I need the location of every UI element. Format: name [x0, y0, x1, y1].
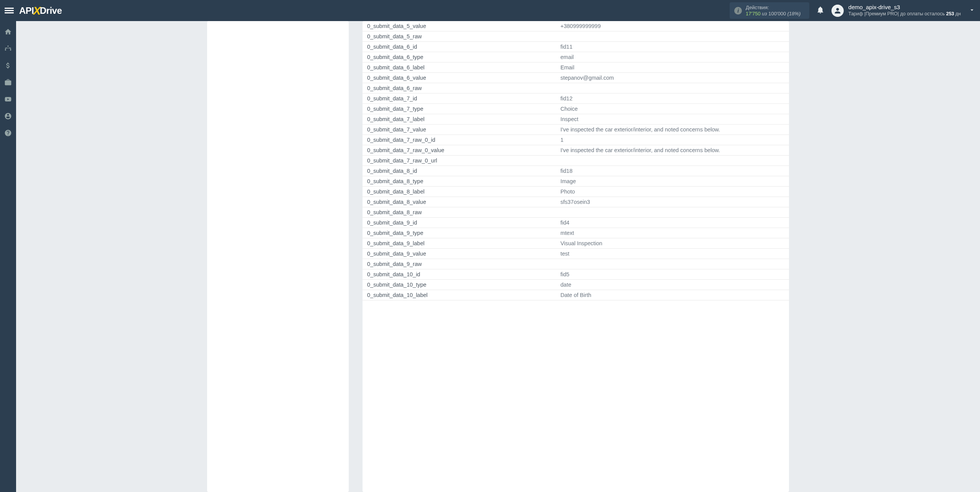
table-row: 0_submit_data_7_valueI've inspected the …	[363, 125, 789, 135]
row-key: 0_submit_data_8_type	[363, 176, 556, 187]
row-key: 0_submit_data_6_type	[363, 52, 556, 62]
actions-used: 17'750	[746, 11, 761, 16]
row-key: 0_submit_data_7_raw_0_url	[363, 156, 556, 166]
table-row: 0_submit_data_8_raw	[363, 207, 789, 218]
sidebar-work[interactable]	[0, 77, 16, 88]
actions-percent: (18%)	[787, 11, 801, 16]
logo-text-post: Drive	[40, 5, 62, 16]
row-key: 0_submit_data_8_value	[363, 197, 556, 207]
table-row: 0_submit_data_9_idfid4	[363, 218, 789, 228]
row-value	[556, 83, 789, 93]
main-content: 0_submit_data_5_value+3809999999990_subm…	[16, 21, 980, 492]
row-value: I've inspected the car exterior/interior…	[556, 145, 789, 156]
tariff-days: 253	[946, 11, 954, 16]
row-value: Choice	[556, 104, 789, 114]
notifications-icon[interactable]	[816, 6, 825, 16]
table-row: 0_submit_data_7_raw_0_url	[363, 156, 789, 166]
info-icon: i	[734, 7, 742, 15]
sidebar-account[interactable]	[0, 111, 16, 121]
row-key: 0_submit_data_9_label	[363, 238, 556, 249]
row-key: 0_submit_data_10_label	[363, 290, 556, 300]
table-row: 0_submit_data_7_raw_0_valueI've inspecte…	[363, 145, 789, 156]
row-key: 0_submit_data_5_value	[363, 21, 556, 31]
row-key: 0_submit_data_7_id	[363, 93, 556, 104]
table-row: 0_submit_data_6_typeemail	[363, 52, 789, 62]
sidebar-home[interactable]	[0, 26, 16, 37]
tariff-prefix: Тариф |Премиум PRO| до оплаты осталось	[848, 11, 946, 16]
actions-counter[interactable]: i Действия: 17'750 из 100'000 (18%)	[730, 2, 809, 19]
row-value: stepanov@gmail.com	[556, 73, 789, 83]
row-value: email	[556, 52, 789, 62]
actions-label: Действия:	[746, 5, 803, 11]
row-key: 0_submit_data_6_raw	[363, 83, 556, 93]
row-key: 0_submit_data_6_value	[363, 73, 556, 83]
user-name: demo_apix-drive_s3	[848, 4, 961, 11]
table-row: 0_submit_data_10_typedate	[363, 280, 789, 290]
app-header: API X Drive i Действия: 17'750 из 100'00…	[0, 0, 980, 21]
table-row: 0_submit_data_6_labelEmail	[363, 62, 789, 73]
avatar-icon	[831, 5, 844, 17]
row-value: Visual Inspection	[556, 238, 789, 249]
row-value: 1	[556, 135, 789, 145]
table-row: 0_submit_data_8_valuesfs37osein3	[363, 197, 789, 207]
row-key: 0_submit_data_7_label	[363, 114, 556, 125]
table-row: 0_submit_data_10_idfid5	[363, 269, 789, 280]
sidebar-connections[interactable]	[0, 43, 16, 54]
hamburger-menu-icon[interactable]	[5, 6, 14, 15]
table-row: 0_submit_data_8_idfid18	[363, 166, 789, 176]
table-row: 0_submit_data_7_raw_0_id1	[363, 135, 789, 145]
row-value: fid4	[556, 218, 789, 228]
sidebar-help[interactable]	[0, 128, 16, 138]
row-value: I've inspected the car exterior/interior…	[556, 125, 789, 135]
row-value: fid11	[556, 42, 789, 52]
row-value: fid5	[556, 269, 789, 280]
row-key: 0_submit_data_9_value	[363, 249, 556, 259]
user-menu[interactable]: demo_apix-drive_s3 Тариф |Премиум PRO| д…	[831, 4, 975, 17]
table-row: 0_submit_data_8_labelPhoto	[363, 187, 789, 197]
sidebar	[0, 21, 16, 492]
row-key: 0_submit_data_8_id	[363, 166, 556, 176]
row-key: 0_submit_data_7_raw_0_value	[363, 145, 556, 156]
table-row: 0_submit_data_9_raw	[363, 259, 789, 269]
table-row: 0_submit_data_7_idfid12	[363, 93, 789, 104]
row-value: mtext	[556, 228, 789, 238]
row-value: sfs37osein3	[556, 197, 789, 207]
row-key: 0_submit_data_10_id	[363, 269, 556, 280]
table-row: 0_submit_data_5_value+380999999999	[363, 21, 789, 31]
left-panel	[207, 21, 349, 492]
row-value: fid18	[556, 166, 789, 176]
table-row: 0_submit_data_7_typeChoice	[363, 104, 789, 114]
row-key: 0_submit_data_5_raw	[363, 31, 556, 42]
row-value: fid12	[556, 93, 789, 104]
row-value	[556, 156, 789, 166]
table-row: 0_submit_data_9_valuetest	[363, 249, 789, 259]
actions-total: 100'000	[768, 11, 786, 16]
row-key: 0_submit_data_6_id	[363, 42, 556, 52]
row-value: +380999999999	[556, 21, 789, 31]
actions-stats: 17'750 из 100'000 (18%)	[746, 11, 803, 16]
row-key: 0_submit_data_8_label	[363, 187, 556, 197]
submit-data-table: 0_submit_data_5_value+3809999999990_subm…	[363, 21, 789, 300]
row-key: 0_submit_data_7_type	[363, 104, 556, 114]
table-row: 0_submit_data_6_valuestepanov@gmail.com	[363, 73, 789, 83]
row-value: test	[556, 249, 789, 259]
row-value: Photo	[556, 187, 789, 197]
row-value: Image	[556, 176, 789, 187]
app-logo[interactable]: API X Drive	[19, 4, 62, 17]
row-key: 0_submit_data_7_raw_0_id	[363, 135, 556, 145]
sidebar-video[interactable]	[0, 94, 16, 105]
sidebar-billing[interactable]	[0, 60, 16, 71]
row-key: 0_submit_data_7_value	[363, 125, 556, 135]
row-key: 0_submit_data_9_raw	[363, 259, 556, 269]
row-value	[556, 207, 789, 218]
logo-text-pre: API	[19, 5, 34, 16]
table-row: 0_submit_data_6_idfid11	[363, 42, 789, 52]
row-value	[556, 31, 789, 42]
table-row: 0_submit_data_9_typemtext	[363, 228, 789, 238]
row-key: 0_submit_data_9_id	[363, 218, 556, 228]
row-value: Email	[556, 62, 789, 73]
row-key: 0_submit_data_6_label	[363, 62, 556, 73]
user-tariff: Тариф |Премиум PRO| до оплаты осталось 2…	[848, 11, 961, 17]
row-key: 0_submit_data_9_type	[363, 228, 556, 238]
table-row: 0_submit_data_7_labelInspect	[363, 114, 789, 125]
